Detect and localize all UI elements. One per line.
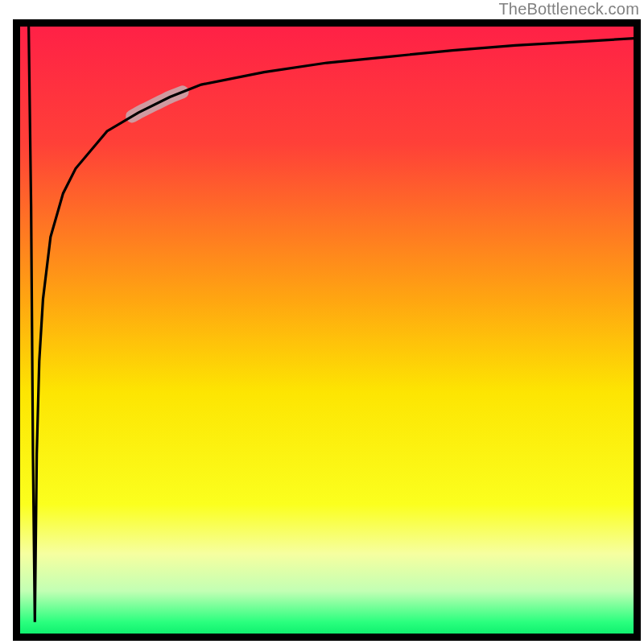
chart-svg: [0, 0, 644, 644]
attribution-text: TheBottleneck.com: [498, 0, 639, 19]
plot-background: [13, 19, 641, 641]
bottleneck-figure: TheBottleneck.com: [0, 0, 644, 644]
